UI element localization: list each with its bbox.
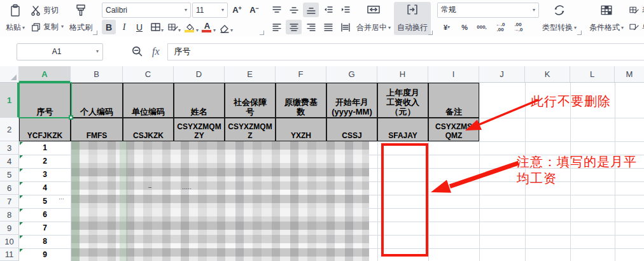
column-header-h[interactable]: H [377,66,428,82]
formula-input[interactable]: 序号 [167,43,644,60]
percent-button[interactable]: % [458,20,472,34]
column-header-f[interactable]: F [276,66,326,82]
cut-button[interactable]: 剪切 [28,3,66,18]
cell-f2[interactable]: YXZH [276,118,326,141]
cell-b2[interactable]: FMFS [71,118,123,141]
underline-button[interactable]: U [132,20,146,34]
name-box[interactable]: A1 ▾ [17,43,103,60]
draw-border-button[interactable]: ▾ [165,20,181,34]
align-top-button[interactable] [269,3,284,17]
cell-i1[interactable]: 备注 [428,83,479,118]
fx-icon[interactable]: fx [152,46,160,57]
font-name-select[interactable]: Calibri▾ [102,3,191,18]
cell-a8[interactable]: 6 [19,208,71,222]
cell-f1[interactable]: 原缴费基 数 [276,83,326,118]
row-header-5[interactable]: 5 [0,168,19,181]
row-header-10[interactable]: 10 [0,235,19,248]
cell-b1[interactable]: 个人编码 [71,83,123,118]
column-header-k[interactable]: K [525,66,570,82]
table-style-button[interactable]: 表 [627,3,644,18]
cell-d2[interactable]: CSYXZMQM ZY [174,118,225,141]
cell-a4[interactable]: 2 [19,155,71,168]
column-header-i[interactable]: I [428,66,479,82]
clear-format-button[interactable]: ▾ [216,20,232,34]
fill-color-button[interactable]: ▾ [182,20,198,34]
font-color-button[interactable]: A ▾ [199,20,215,34]
row-header-8[interactable]: 8 [0,208,19,222]
cell-a10[interactable]: 8 [19,235,71,248]
font-color-swatch [202,30,211,32]
column-header-d[interactable]: D [174,66,225,82]
dialog-launcher-icon[interactable] [577,31,582,35]
column-header-l[interactable]: L [570,66,615,82]
number-format-select[interactable]: 常规▾ [437,3,539,18]
cell-a6[interactable]: 4 [19,181,71,195]
decrease-decimal-button[interactable]: .00 →.0 [510,20,526,34]
align-middle-button[interactable] [286,3,302,17]
fill-handle[interactable] [69,115,73,120]
align-bottom-button[interactable] [303,3,319,17]
cell-error-triangle-icon [20,222,23,225]
decrease-font-button[interactable]: A− [246,3,262,17]
italic-button[interactable]: I [117,20,131,34]
cell-h1[interactable]: 上年度月 工资收入 （元） [377,83,428,118]
cell-g1[interactable]: 开始年月 (yyyy-MM) [326,83,377,118]
zoom-icon[interactable] [131,45,144,58]
row-header-1[interactable]: 1 [0,83,19,118]
align-center-button[interactable] [286,20,302,34]
select-all-corner[interactable] [0,66,19,82]
format-painter-button[interactable]: 格式刷 [66,2,95,35]
font-size-select[interactable]: 11▾ [192,3,228,18]
conditional-format-button[interactable]: 条件格式▾ [586,2,627,35]
dialog-launcher-icon[interactable] [93,31,97,35]
row-header-9[interactable]: 9 [0,222,19,235]
cell-e1[interactable]: 社会保障 号 [225,83,276,118]
cell-a2[interactable]: YCFJKZK [19,118,71,141]
column-header-g[interactable]: G [326,66,377,82]
merge-center-button[interactable]: 合并居中▾ [353,2,394,35]
increase-decimal-button[interactable]: ←.0 .00 [492,20,508,34]
align-left-button[interactable] [269,20,284,34]
row-header-11[interactable]: 11 [0,248,19,261]
chevron-down-icon: ▾ [96,49,99,54]
row-header-7[interactable]: 7 [0,195,19,208]
copy-button[interactable]: 复制▾ [28,19,66,34]
distributed-button[interactable] [337,20,353,34]
increase-font-button[interactable]: A+ [229,3,245,17]
dialog-launcher-icon[interactable] [428,31,433,35]
cell-a11[interactable]: 9 [19,248,71,261]
thousands-separator-button[interactable]: 000, [473,20,491,34]
column-header-b[interactable]: B [71,66,123,82]
row-header-3[interactable]: 3 [0,141,19,155]
cell-i2[interactable]: CSYXZMS QMZ [428,118,479,141]
decrease-indent-button[interactable] [320,3,336,17]
row-header-6[interactable]: 6 [0,181,19,195]
dialog-launcher-icon[interactable] [260,31,264,35]
cell-d1[interactable]: 姓名 [174,83,225,118]
paste-button[interactable]: 粘贴▾ [3,2,28,35]
column-header-j[interactable]: J [479,66,525,82]
cell-c1[interactable]: 单位编码 [123,83,174,118]
column-header-e[interactable]: E [225,66,276,82]
align-right-button[interactable] [303,20,319,34]
cell-a9[interactable]: 7 [19,222,71,235]
cell-style-button[interactable]: 单 [627,19,644,34]
cell-a5[interactable]: 3 [19,168,71,181]
cell-a3[interactable]: 1 [19,141,71,155]
borders-button[interactable]: ▾ [148,20,164,34]
row-header-4[interactable]: 4 [0,155,19,168]
justify-button[interactable] [320,20,336,34]
increase-indent-button[interactable] [337,3,353,17]
type-convert-button[interactable]: 类型转换▾ [539,2,580,35]
cell-g2[interactable]: CSSJ [326,118,377,141]
cell-c2[interactable]: CSJKZK [123,118,174,141]
cell-e2[interactable]: CSYXZMQM Z [225,118,276,141]
column-header-a[interactable]: A [19,66,71,82]
currency-button[interactable]: ¥▾ [437,20,456,34]
column-header-c[interactable]: C [123,66,174,82]
wrap-text-button[interactable]: 自动换行 [394,2,431,35]
row-header-2[interactable]: 2 [0,118,19,141]
column-header-m[interactable]: M [615,66,644,82]
cell-h2[interactable]: SFAJAY [377,118,428,141]
bold-button[interactable]: B [102,20,116,34]
